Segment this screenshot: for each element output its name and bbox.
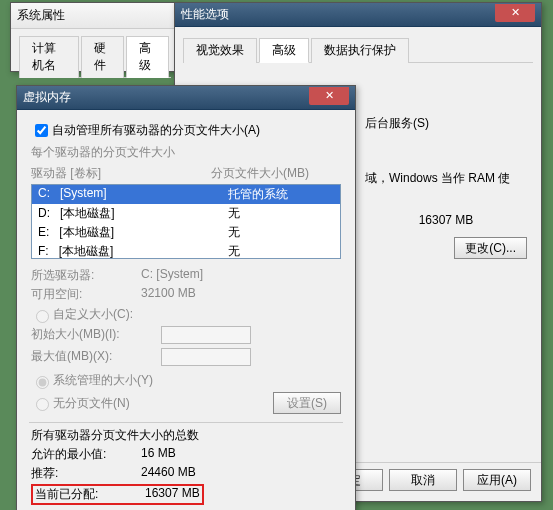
selected-drive-value: C: [System] bbox=[141, 267, 341, 284]
initial-size-label: 初始大小(MB)(I): bbox=[31, 326, 161, 344]
free-space-value: 32100 MB bbox=[141, 286, 341, 303]
close-icon[interactable]: ✕ bbox=[495, 4, 535, 22]
perf-apply-button[interactable]: 应用(A) bbox=[463, 469, 531, 491]
max-size-label: 最大值(MB)(X): bbox=[31, 348, 161, 366]
no-pagefile-label: 无分页文件(N) bbox=[53, 395, 130, 412]
col-drive-label: 驱动器 [卷标] bbox=[31, 165, 211, 182]
sysprops-title: 系统属性 bbox=[17, 7, 65, 24]
free-space-label: 可用空间: bbox=[31, 286, 141, 303]
no-pagefile-radio bbox=[36, 398, 49, 411]
initial-size-input bbox=[161, 326, 251, 344]
perf-titlebar: 性能选项 ✕ bbox=[175, 3, 541, 27]
system-managed-label: 系统管理的大小(Y) bbox=[53, 372, 153, 389]
perf-cancel-button[interactable]: 取消 bbox=[389, 469, 457, 491]
virtual-memory-dialog: 虚拟内存 ✕ 自动管理所有驱动器的分页文件大小(A) 每个驱动器的分页文件大小 … bbox=[16, 85, 356, 510]
current-value: 16307 MB bbox=[145, 486, 200, 503]
sysprops-tabs: 计算机名 硬件 高级 bbox=[19, 35, 171, 78]
min-allowed-value: 16 MB bbox=[141, 446, 341, 463]
min-allowed-label: 允许的最小值: bbox=[31, 446, 141, 463]
perf-tabs: 视觉效果 高级 数据执行保护 bbox=[183, 37, 533, 63]
totals-header: 所有驱动器分页文件大小的总数 bbox=[31, 427, 341, 444]
close-icon[interactable]: ✕ bbox=[309, 87, 349, 105]
auto-manage-checkbox[interactable] bbox=[35, 124, 48, 137]
tab-dep[interactable]: 数据执行保护 bbox=[311, 38, 409, 63]
drive-row[interactable]: D: [本地磁盘] 无 bbox=[32, 204, 340, 223]
ram-value: 16307 MB bbox=[365, 213, 527, 227]
bg-service-label: 后台服务(S) bbox=[365, 115, 527, 132]
tab-hardware[interactable]: 硬件 bbox=[81, 36, 124, 78]
tab-visual-effects[interactable]: 视觉效果 bbox=[183, 38, 257, 63]
max-size-input bbox=[161, 348, 251, 366]
drive-list-header: 驱动器 [卷标] 分页文件大小(MB) bbox=[31, 165, 341, 182]
tab-computer-name[interactable]: 计算机名 bbox=[19, 36, 79, 78]
system-managed-radio bbox=[36, 376, 49, 389]
auto-manage-label: 自动管理所有驱动器的分页文件大小(A) bbox=[52, 122, 260, 139]
selected-drive-label: 所选驱动器: bbox=[31, 267, 141, 284]
custom-size-label: 自定义大小(C): bbox=[53, 306, 133, 323]
set-button: 设置(S) bbox=[273, 392, 341, 414]
vm-title: 虚拟内存 bbox=[23, 89, 71, 106]
perf-title: 性能选项 bbox=[181, 6, 229, 23]
current-allocated-highlight: 当前已分配: 16307 MB bbox=[31, 484, 204, 505]
drive-list[interactable]: C: [System] 托管的系统 D: [本地磁盘] 无 E: [本地磁盘] … bbox=[31, 184, 341, 259]
tab-advanced-perf[interactable]: 高级 bbox=[259, 38, 309, 63]
tab-advanced-sys[interactable]: 高级 bbox=[126, 36, 169, 78]
recommended-label: 推荐: bbox=[31, 465, 141, 482]
auto-manage-row: 自动管理所有驱动器的分页文件大小(A) bbox=[31, 121, 341, 140]
ram-line: 域，Windows 当作 RAM 使 bbox=[365, 170, 527, 187]
vm-body: 自动管理所有驱动器的分页文件大小(A) 每个驱动器的分页文件大小 驱动器 [卷标… bbox=[17, 110, 355, 510]
recommended-value: 24460 MB bbox=[141, 465, 341, 482]
system-properties-dialog: 系统属性 计算机名 硬件 高级 要进行大多数更改，你必须 bbox=[10, 2, 180, 72]
per-drive-header: 每个驱动器的分页文件大小 bbox=[31, 144, 341, 161]
drive-row[interactable]: E: [本地磁盘] 无 bbox=[32, 223, 340, 242]
drive-row[interactable]: F: [本地磁盘] 无 bbox=[32, 242, 340, 259]
col-pf-label: 分页文件大小(MB) bbox=[211, 165, 341, 182]
vm-titlebar: 虚拟内存 ✕ bbox=[17, 86, 355, 110]
change-button[interactable]: 更改(C)... bbox=[454, 237, 527, 259]
sysprops-titlebar: 系统属性 bbox=[11, 3, 179, 29]
current-label: 当前已分配: bbox=[35, 486, 145, 503]
drive-row[interactable]: C: [System] 托管的系统 bbox=[32, 185, 340, 204]
custom-size-radio bbox=[36, 310, 49, 323]
